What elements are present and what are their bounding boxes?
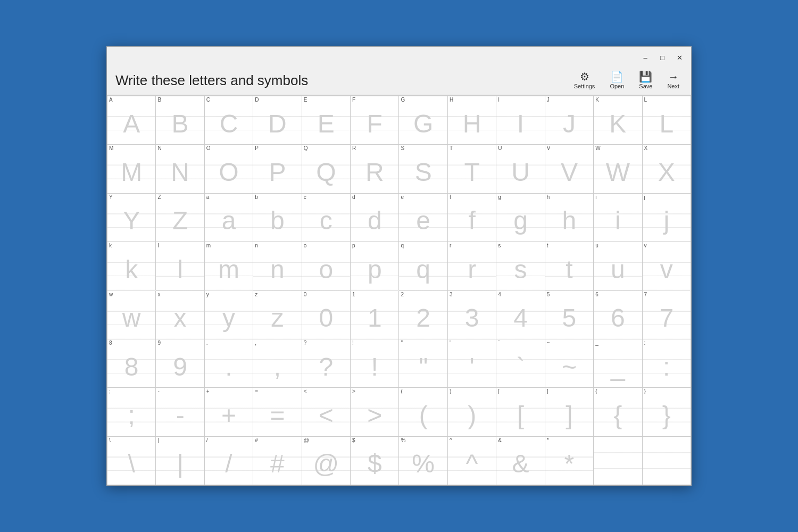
character-cell-123[interactable]: {{ (594, 388, 642, 436)
character-cell-g[interactable]: gg (496, 194, 545, 242)
character-cell-W[interactable]: WW (594, 145, 642, 193)
character-cell-p[interactable]: pp (351, 242, 399, 290)
character-cell-1[interactable]: 11 (351, 291, 399, 339)
character-cell-62[interactable]: >> (351, 388, 399, 436)
character-cell-37[interactable]: %% (399, 437, 447, 485)
character-cell-i[interactable]: ii (594, 194, 642, 242)
character-cell-6[interactable]: 66 (594, 291, 642, 339)
save-button[interactable]: 💾 Save (636, 70, 655, 90)
character-cell-63[interactable]: ?? (302, 339, 351, 388)
character-cell-w[interactable]: ww (107, 291, 156, 339)
character-cell-b[interactable]: bb (253, 194, 302, 242)
character-cell-f[interactable]: ff (448, 194, 496, 242)
character-cell-P[interactable]: PP (253, 145, 302, 193)
character-cell-92[interactable]: \\ (107, 437, 156, 485)
character-cell-N[interactable]: NN (156, 145, 204, 193)
character-cell-40[interactable]: (( (399, 388, 447, 436)
character-cell-s[interactable]: ss (496, 242, 545, 290)
character-cell-34[interactable]: "" (399, 339, 447, 388)
character-cell-M[interactable]: MM (107, 145, 156, 193)
character-cell-l[interactable]: ll (156, 242, 204, 290)
character-cell-44[interactable]: ,, (253, 339, 302, 388)
character-cell-3[interactable]: 33 (448, 291, 496, 339)
character-cell-42[interactable]: ** (545, 437, 594, 485)
character-cell-c[interactable]: cc (302, 194, 351, 242)
character-cell-X[interactable]: XX (643, 145, 691, 193)
character-cell-41[interactable]: )) (448, 388, 496, 436)
character-cell-95[interactable]: __ (594, 339, 642, 388)
character-cell-60[interactable]: << (302, 388, 351, 436)
character-cell-S[interactable]: SS (399, 145, 447, 193)
character-cell-91[interactable]: [[ (496, 388, 545, 436)
character-cell-d[interactable]: dd (351, 194, 399, 242)
character-cell-C[interactable]: CC (205, 96, 253, 145)
settings-button[interactable]: ⚙ Settings (571, 70, 598, 90)
character-cell-L[interactable]: LL (643, 96, 691, 145)
character-cell-D[interactable]: DD (253, 96, 302, 145)
character-cell-35[interactable]: ## (253, 437, 302, 485)
character-cell-124[interactable]: || (156, 437, 204, 485)
character-cell-5[interactable]: 55 (545, 291, 594, 339)
character-cell-V[interactable]: VV (545, 145, 594, 193)
character-cell-126[interactable]: ~~ (545, 339, 594, 388)
character-cell-8[interactable]: 88 (107, 339, 156, 388)
character-cell-J[interactable]: JJ (545, 96, 594, 145)
character-cell-125[interactable]: }} (643, 388, 691, 436)
character-cell-r[interactable]: rr (448, 242, 496, 290)
character-cell-m[interactable]: mm (205, 242, 253, 290)
character-cell-q[interactable]: qq (399, 242, 447, 290)
character-cell-O[interactable]: OO (205, 145, 253, 193)
character-cell-k[interactable]: kk (107, 242, 156, 290)
next-button[interactable]: → Next (664, 70, 683, 90)
character-cell-G[interactable]: GG (399, 96, 447, 145)
character-cell-F[interactable]: FF (351, 96, 399, 145)
character-cell-B[interactable]: BB (156, 96, 204, 145)
character-cell-38[interactable]: && (496, 437, 545, 485)
close-button[interactable]: ✕ (672, 52, 687, 64)
character-cell-o[interactable]: oo (302, 242, 351, 290)
character-cell-39[interactable]: '' (448, 339, 496, 388)
character-cell-46[interactable]: .. (205, 339, 253, 388)
character-cell-Y[interactable]: YY (107, 194, 156, 242)
character-cell-2[interactable]: 22 (399, 291, 447, 339)
character-cell-z[interactable]: zz (253, 291, 302, 339)
character-cell-7[interactable]: 77 (643, 291, 691, 339)
character-cell-Q[interactable]: QQ (302, 145, 351, 193)
character-cell-I[interactable]: II (496, 96, 545, 145)
character-cell-Z[interactable]: ZZ (156, 194, 204, 242)
character-cell-47[interactable]: // (205, 437, 253, 485)
character-cell-j[interactable]: jj (643, 194, 691, 242)
character-cell-9[interactable]: 99 (156, 339, 204, 388)
character-cell-94[interactable]: ^^ (448, 437, 496, 485)
maximize-button[interactable]: □ (655, 52, 670, 64)
character-cell-R[interactable]: RR (351, 145, 399, 193)
character-cell-T[interactable]: TT (448, 145, 496, 193)
character-cell-h[interactable]: hh (545, 194, 594, 242)
character-cell-45[interactable]: -- (156, 388, 204, 436)
character-cell-A[interactable]: AA (107, 96, 156, 145)
open-button[interactable]: 📄 Open (606, 70, 627, 90)
character-cell-E[interactable]: EE (302, 96, 351, 145)
character-cell-K[interactable]: KK (594, 96, 642, 145)
character-cell-4[interactable]: 44 (496, 291, 545, 339)
character-cell-96[interactable]: `` (496, 339, 545, 388)
character-cell-U[interactable]: UU (496, 145, 545, 193)
character-cell-y[interactable]: yy (205, 291, 253, 339)
character-cell-59[interactable]: ;; (107, 388, 156, 436)
character-cell-n[interactable]: nn (253, 242, 302, 290)
character-cell-93[interactable]: ]] (545, 388, 594, 436)
character-cell-64[interactable]: @@ (302, 437, 351, 485)
character-cell-u[interactable]: uu (594, 242, 642, 290)
character-cell-33[interactable]: !! (351, 339, 399, 388)
minimize-button[interactable]: – (638, 52, 653, 64)
character-cell-e[interactable]: ee (399, 194, 447, 242)
character-cell-a[interactable]: aa (205, 194, 253, 242)
character-cell-36[interactable]: $$ (351, 437, 399, 485)
character-cell-v[interactable]: vv (643, 242, 691, 290)
character-cell-x[interactable]: xx (156, 291, 204, 339)
character-cell-58[interactable]: :: (643, 339, 691, 388)
character-cell-43[interactable]: ++ (205, 388, 253, 436)
character-cell-0[interactable]: 00 (302, 291, 351, 339)
character-cell-t[interactable]: tt (545, 242, 594, 290)
character-cell-H[interactable]: HH (448, 96, 496, 145)
